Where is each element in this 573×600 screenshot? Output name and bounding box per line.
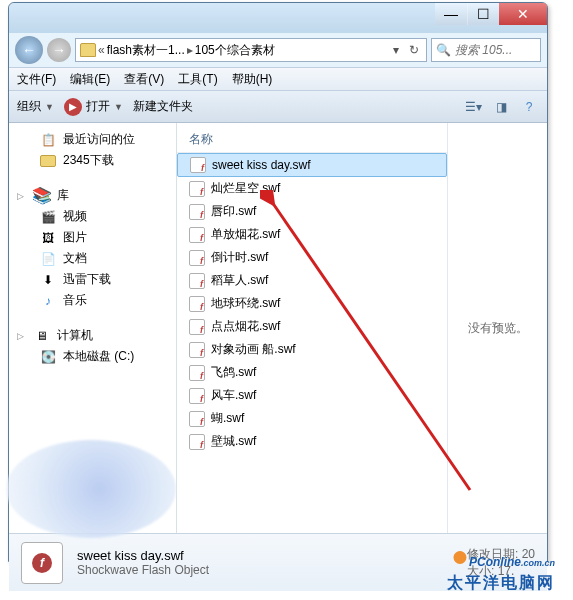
maximize-button[interactable]: ☐: [467, 3, 499, 25]
file-item[interactable]: 对象动画 船.swf: [177, 338, 447, 361]
minimize-button[interactable]: —: [435, 3, 467, 25]
swf-icon: [189, 181, 205, 197]
folder-icon: [40, 155, 56, 167]
help-icon[interactable]: ?: [519, 97, 539, 117]
swf-icon: [189, 411, 205, 427]
swf-icon: [189, 434, 205, 450]
picture-icon: 🖼: [39, 230, 57, 246]
breadcrumb[interactable]: « flash素材一1... ▸ 105个综合素材 ▾ ↻: [75, 38, 427, 62]
no-preview-text: 没有预览。: [468, 320, 528, 337]
file-item[interactable]: 地球环绕.swf: [177, 292, 447, 315]
play-icon: ▶: [64, 98, 82, 116]
expand-icon[interactable]: ▷: [17, 191, 27, 201]
sidebar-item-libraries[interactable]: ▷📚库: [13, 185, 172, 206]
swf-icon: [189, 388, 205, 404]
refresh-icon[interactable]: ↻: [406, 43, 422, 57]
file-item[interactable]: 单放烟花.swf: [177, 223, 447, 246]
breadcrumb-item[interactable]: 105个综合素材: [195, 42, 275, 59]
sidebar: 📋最近访问的位 2345下载 ▷📚库 🎬视频 🖼图片 📄文档 ⬇迅雷下载 ♪音乐…: [9, 123, 177, 533]
preview-pane-icon[interactable]: ◨: [491, 97, 511, 117]
swf-icon: [189, 250, 205, 266]
breadcrumb-item[interactable]: flash素材一1...: [107, 42, 185, 59]
file-item[interactable]: 风车.swf: [177, 384, 447, 407]
document-icon: 📄: [39, 251, 57, 267]
sidebar-item-recent[interactable]: 📋最近访问的位: [13, 129, 172, 150]
file-item[interactable]: 壁城.swf: [177, 430, 447, 453]
file-item[interactable]: 点点烟花.swf: [177, 315, 447, 338]
forward-button[interactable]: →: [47, 38, 71, 62]
watermark: ●PConline.com.cn 太平洋电脑网: [447, 539, 555, 594]
swf-icon: [189, 319, 205, 335]
swf-icon: [189, 227, 205, 243]
detail-filename: sweet kiss day.swf: [77, 548, 209, 563]
preview-pane: 没有预览。: [447, 123, 547, 533]
video-icon: 🎬: [39, 209, 57, 225]
menu-file[interactable]: 文件(F): [17, 71, 56, 88]
menu-tools[interactable]: 工具(T): [178, 71, 217, 88]
file-item[interactable]: 倒计时.swf: [177, 246, 447, 269]
library-icon: 📚: [33, 188, 51, 204]
sidebar-item-xunlei[interactable]: ⬇迅雷下载: [13, 269, 172, 290]
menu-edit[interactable]: 编辑(E): [70, 71, 110, 88]
search-box[interactable]: 🔍: [431, 38, 541, 62]
file-item[interactable]: 灿烂星空.swf: [177, 177, 447, 200]
recent-icon: 📋: [39, 132, 57, 148]
titlebar: — ☐ ✕: [9, 3, 547, 33]
chevron-right-icon: ▸: [187, 43, 193, 57]
swf-icon: [190, 157, 206, 173]
sidebar-item-localdisk[interactable]: 💽本地磁盘 (C:): [13, 346, 172, 367]
file-type-icon: f: [21, 542, 63, 584]
music-icon: ♪: [39, 293, 57, 309]
organize-button[interactable]: 组织▼: [17, 98, 54, 115]
file-item[interactable]: 稻草人.swf: [177, 269, 447, 292]
disk-icon: 💽: [39, 349, 57, 365]
swf-icon: [189, 204, 205, 220]
menu-view[interactable]: 查看(V): [124, 71, 164, 88]
newfolder-button[interactable]: 新建文件夹: [133, 98, 193, 115]
open-button[interactable]: ▶打开▼: [64, 98, 123, 116]
computer-icon: 🖥: [33, 328, 51, 344]
sidebar-item-computer[interactable]: ▷🖥计算机: [13, 325, 172, 346]
swf-icon: [189, 296, 205, 312]
obscured-area: [180, 490, 440, 520]
xunlei-icon: ⬇: [39, 272, 57, 288]
search-input[interactable]: [455, 43, 525, 57]
menu-help[interactable]: 帮助(H): [232, 71, 273, 88]
sidebar-item-videos[interactable]: 🎬视频: [13, 206, 172, 227]
toolbar: 组织▼ ▶打开▼ 新建文件夹 ☰▾ ◨ ?: [9, 91, 547, 123]
file-list: 名称 sweet kiss day.swf 灿烂星空.swf 唇印.swf 单放…: [177, 123, 447, 533]
search-icon: 🔍: [436, 43, 451, 57]
file-item[interactable]: 蝴.swf: [177, 407, 447, 430]
breadcrumb-dropdown[interactable]: ▾: [388, 43, 404, 57]
back-button[interactable]: ←: [15, 36, 43, 64]
file-item[interactable]: 唇印.swf: [177, 200, 447, 223]
column-header-name[interactable]: 名称: [177, 127, 447, 153]
close-button[interactable]: ✕: [499, 3, 547, 25]
swf-icon: [189, 273, 205, 289]
expand-icon[interactable]: ▷: [17, 331, 27, 341]
breadcrumb-sep: «: [98, 43, 105, 57]
view-icon[interactable]: ☰▾: [463, 97, 483, 117]
swf-icon: [189, 342, 205, 358]
sidebar-item-pictures[interactable]: 🖼图片: [13, 227, 172, 248]
swf-icon: [189, 365, 205, 381]
sidebar-item-documents[interactable]: 📄文档: [13, 248, 172, 269]
file-item[interactable]: sweet kiss day.swf: [177, 153, 447, 177]
sidebar-item-downloads[interactable]: 2345下载: [13, 150, 172, 171]
menu-bar: 文件(F) 编辑(E) 查看(V) 工具(T) 帮助(H): [9, 67, 547, 91]
detail-filetype: Shockwave Flash Object: [77, 563, 209, 577]
folder-icon: [80, 43, 96, 57]
sidebar-item-music[interactable]: ♪音乐: [13, 290, 172, 311]
file-item[interactable]: 飞鸽.swf: [177, 361, 447, 384]
navigation-bar: ← → « flash素材一1... ▸ 105个综合素材 ▾ ↻ 🔍: [9, 33, 547, 67]
